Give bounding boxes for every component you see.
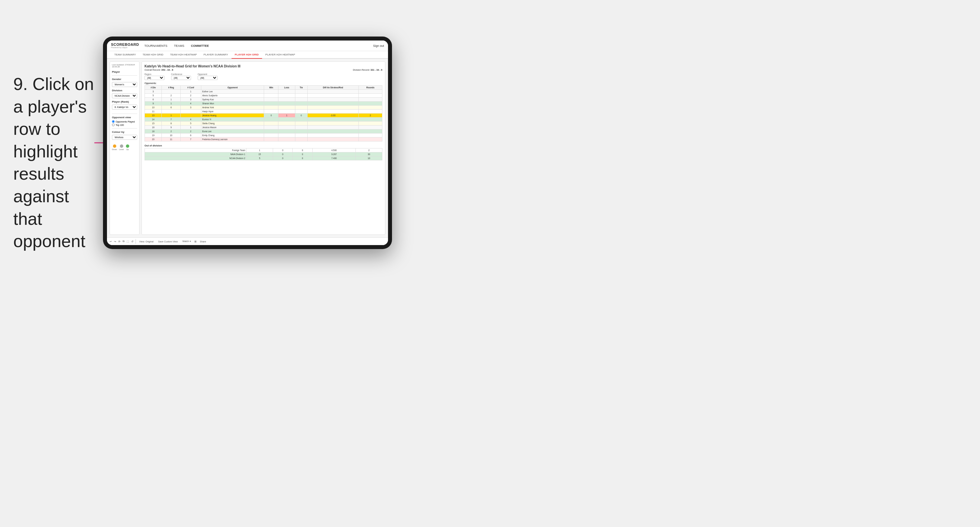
logo-text: SCOREBOARD [111,43,139,46]
col-conf: # Conf [180,86,201,90]
toolbar-divider [135,239,136,244]
sidebar: Last Updated: 27/03/2024 16:55:28 Player… [110,62,140,235]
tab-player-summary[interactable]: PLAYER SUMMARY [200,51,232,59]
col-diff: Diff Av Strokes/Rnd [307,86,358,90]
gender-select[interactable]: Women's [112,82,137,87]
sidebar-opponent-view-label: Opponent view [112,116,137,119]
view-original-btn[interactable]: View: Original [138,240,155,243]
sidebar-division-label: Division [112,89,137,92]
out-of-division-row[interactable]: NCAA Division 25007.40010 [145,156,382,160]
overall-record-value: 353 - 34 - 6 [161,69,173,71]
grid-records: Overall Record: 353 - 34 - 6 Division Re… [145,69,382,71]
out-of-division-table: Foreign Team1004.5002NAIA Division 11500… [145,148,382,160]
filter-conference: Conference (All) [171,73,191,80]
tab-team-h2h-heatmap[interactable]: TEAM H2H HEATMAP [167,51,200,59]
forward-icon[interactable]: ⟳ [118,240,121,243]
filter-opponent: Opponent (All) [198,73,218,80]
out-of-division-row[interactable]: NAIA Division 115009.26730 [145,152,382,156]
table-row[interactable]: 613Sydney Kuo [145,98,382,102]
logo-sub: Powered by clippd [111,46,139,49]
colour-select[interactable]: Win/loss [112,135,137,140]
color-dot-level [120,144,123,148]
grid-icon[interactable]: ⊞ [194,240,197,243]
tab-player-h2h-heatmap[interactable]: PLAYER H2H HEATMAP [262,51,299,59]
player-h2h-table: # Div # Reg # Conf Opponent Win Loss Tie… [145,85,382,141]
tablet-screen: SCOREBOARD Powered by clippd TOURNAMENTS… [107,41,388,245]
save-custom-btn[interactable]: Save Custom View [157,240,179,243]
col-win: Win [264,86,278,90]
out-of-division-row[interactable]: Foreign Team1004.5002 [145,148,382,152]
redo-icon[interactable]: ↪ [114,240,116,243]
main-content: Last Updated: 27/03/2024 16:55:28 Player… [107,59,388,237]
tablet-frame: SCOREBOARD Powered by clippd TOURNAMENTS… [103,37,392,249]
sign-out-button[interactable]: Sign out [373,44,384,48]
col-loss: Loss [278,86,295,90]
division-select[interactable]: NCAA Division III [112,93,137,98]
radio-top100[interactable]: Top 100 [112,124,137,126]
table-row[interactable]: 11Haejo Hyun [145,110,382,114]
color-dot-down [113,144,116,148]
filters-row: Region (All) Conference (All) Opponent [145,73,382,80]
refresh-icon[interactable]: ↺ [131,240,134,243]
table-row[interactable]: 20117Federica Domecq Lacroze [145,138,382,141]
color-dot-up [126,144,129,148]
logo-area: SCOREBOARD Powered by clippd [111,43,139,49]
share-btn[interactable]: Share [199,240,208,243]
conference-filter-select[interactable]: (All) [171,76,191,80]
table-row[interactable]: 1063Andrea York [145,106,382,110]
opponent-filter-select[interactable]: (All) [198,76,218,80]
nav-bar: SCOREBOARD Powered by clippd TOURNAMENTS… [107,41,388,51]
sidebar-gender-label: Gender [112,78,137,81]
overall-record-label: Overall Record: 353 - 34 - 6 [145,69,173,71]
table-row[interactable]: 131Jessica Huang010-3.002 [145,114,382,117]
table-row[interactable]: 522Alexis Sudjianto [145,94,382,98]
region-filter-select[interactable]: (All) [145,76,164,80]
radio-opponents-played[interactable]: Opponents Played [112,120,137,123]
instruction-text: 9. Click on a player's row to highlight … [13,73,100,253]
tab-team-summary[interactable]: TEAM SUMMARY [111,51,139,59]
sidebar-player-label: Player [112,70,137,73]
toolbar: ↩ ↪ ⟳ ⧉ ⬚ ↺ View: Original Save Custom V… [107,237,388,245]
player-rank-select[interactable]: 8. Katelyn Vo [112,105,137,110]
col-tie: Tie [295,86,307,90]
sidebar-player-rank-label: Player (Rank) [112,100,137,103]
col-opponent: Opponent [201,86,264,90]
sidebar-timestamp: Last Updated: 27/03/2024 16:55:28 [112,64,137,68]
division-record-label: Division Record: 331 - 34 - 6 [353,69,382,71]
grid-area: Katelyn Vo Head-to-Head Grid for Women's… [142,62,385,235]
nav-teams[interactable]: TEAMS [174,43,185,49]
nav-committee[interactable]: COMMITTEE [191,43,209,49]
paste-icon[interactable]: ⬚ [127,240,129,243]
out-of-division-section: Out of division Foreign Team1004.5002NAI… [145,144,382,160]
col-reg: # Reg [162,86,180,90]
out-of-division-label: Out of division [145,144,382,147]
color-indicators: Down Level Up [112,144,137,151]
sidebar-colour-label: Colour by [112,130,137,133]
table-row[interactable]: 1474Eunice Yi [145,117,382,122]
col-div: # Div [145,86,162,90]
instruction-body: Click on a player's row to highlight res… [13,75,94,251]
nav-links: TOURNAMENTS TEAMS COMMITTEE [144,43,373,49]
tab-player-h2h-grid[interactable]: PLAYER H2H GRID [232,51,262,59]
nav-tournaments[interactable]: TOURNAMENTS [144,43,167,49]
table-row[interactable]: 914Sharon Mun [145,102,382,106]
filter-region: Region (All) [145,73,164,80]
instruction-number: 9. [13,75,27,94]
table-row[interactable]: 1691Jessica Mason [145,125,382,130]
table-row[interactable]: 19106Emily Chang [145,133,382,138]
watch-btn[interactable]: Watch ▾ [181,240,192,243]
table-row[interactable]: 31Esther Lee [145,90,382,94]
table-row[interactable]: 1822Euna Lee [145,130,382,133]
sub-nav: TEAM SUMMARY TEAM H2H GRID TEAM H2H HEAT… [107,51,388,59]
col-rounds: Rounds [358,86,382,90]
tab-team-h2h-grid[interactable]: TEAM H2H GRID [139,51,167,59]
radio-group: Opponents Played Top 100 [112,120,137,126]
table-row[interactable]: 1585Stella Chang [145,122,382,125]
opponents-label-row: Opponents: [145,82,382,84]
copy-icon[interactable]: ⧉ [123,240,124,243]
undo-icon[interactable]: ↩ [110,240,112,243]
grid-title: Katelyn Vo Head-to-Head Grid for Women's… [145,64,382,68]
division-record-value: 331 - 34 - 6 [371,69,382,71]
